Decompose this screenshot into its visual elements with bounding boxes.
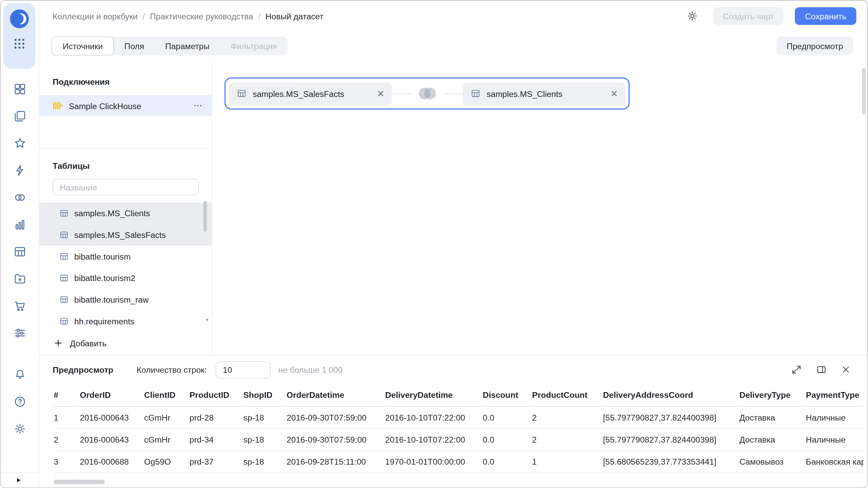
row-count-label: Количество строк: bbox=[137, 365, 207, 374]
table-row-label: hh.requirements bbox=[74, 317, 134, 326]
table-icon bbox=[59, 209, 69, 218]
connection-item[interactable]: Sample ClickHouse bbox=[39, 95, 212, 116]
tables-title: Таблицы bbox=[53, 161, 212, 170]
preview-column-header: # bbox=[54, 383, 80, 406]
remove-source-icon[interactable] bbox=[377, 90, 384, 97]
breadcrumb-item[interactable]: Коллекции и воркбуки bbox=[53, 11, 138, 21]
services-sliders-icon[interactable] bbox=[13, 326, 26, 340]
source-chip-left[interactable]: samples.MS_SalesFacts bbox=[229, 82, 392, 105]
connection-more-icon[interactable] bbox=[193, 101, 203, 110]
table-list-item[interactable]: samples.MS_SalesFacts bbox=[39, 224, 212, 246]
main-scrollbar-thumb[interactable] bbox=[862, 68, 866, 115]
row-count-hint: не больше 1 000 bbox=[278, 365, 343, 374]
preview-column-header: OrderID bbox=[80, 383, 144, 406]
preview-cell: [55.797790827,37.824400398] bbox=[603, 406, 739, 428]
dashboards-icon[interactable] bbox=[13, 82, 26, 96]
settings-gear-icon[interactable] bbox=[13, 422, 26, 435]
connections-rings-icon[interactable] bbox=[13, 191, 26, 204]
marketplace-cart-icon[interactable] bbox=[13, 299, 26, 312]
table-list-item[interactable]: bibattle.tourism2 bbox=[39, 267, 212, 289]
preview-cell: 0.0 bbox=[483, 451, 532, 473]
expand-preview-icon[interactable] bbox=[791, 364, 802, 375]
panel-layout-icon[interactable] bbox=[816, 364, 827, 375]
table-row-label: samples.MS_SalesFacts bbox=[74, 230, 166, 240]
preview-cell: 2016-000643 bbox=[80, 429, 144, 451]
charts-icon[interactable] bbox=[13, 218, 26, 231]
breadcrumb-item: Новый датасет bbox=[265, 11, 323, 21]
panel-divider bbox=[39, 148, 212, 149]
datalens-dataset-editor: Коллекции и воркбуки/Практические руково… bbox=[0, 0, 868, 488]
notifications-bell-icon[interactable] bbox=[13, 368, 26, 381]
join-connector bbox=[392, 79, 463, 108]
table-icon bbox=[59, 252, 69, 261]
add-table-button[interactable]: Добавить bbox=[39, 332, 212, 354]
tab-sources[interactable]: Источники bbox=[52, 37, 114, 56]
preview-row: 12016-000643cGmHrprd-28sp-182016-09-30T0… bbox=[54, 406, 864, 428]
preview-cell: prd-28 bbox=[190, 406, 243, 428]
breadcrumb-separator: / bbox=[258, 11, 261, 21]
table-list-item[interactable]: bibattle.tourism bbox=[39, 246, 212, 267]
preview-column-header: OrderDatetime bbox=[287, 383, 385, 406]
preview-row: 22016-000643cGmHrprd-34sp-182016-09-30T0… bbox=[54, 429, 864, 451]
preview-cell: Доставка bbox=[739, 429, 806, 451]
app-sidebar bbox=[1, 1, 39, 488]
create-chart-button: Создать чарт bbox=[713, 7, 784, 25]
preview-cell: 2 bbox=[532, 406, 603, 428]
add-table-label: Добавить bbox=[70, 338, 106, 348]
remove-source-icon[interactable] bbox=[611, 90, 617, 97]
preview-cell: 2016-10-10T07:22:00 bbox=[385, 429, 483, 451]
dataset-settings-gear-icon[interactable] bbox=[686, 10, 698, 22]
apps-grid-icon[interactable] bbox=[13, 38, 25, 50]
tables-scrollbar-down-icon[interactable]: ▾ bbox=[205, 317, 208, 323]
preview-column-header: PaymentType bbox=[806, 383, 864, 406]
breadcrumb-item[interactable]: Практические руководства bbox=[150, 11, 253, 21]
favorites-star-icon[interactable] bbox=[13, 137, 26, 150]
preview-header: Предпросмотр Количество строк: не больше… bbox=[39, 356, 867, 384]
table-row-label: samples.MS_Clients bbox=[74, 209, 150, 218]
source-chip-right[interactable]: samples.MS_Clients bbox=[463, 82, 625, 105]
expand-play-icon[interactable] bbox=[15, 476, 22, 484]
preview-cell: Доставка bbox=[739, 406, 806, 428]
preview-cell: cGmHr bbox=[144, 406, 190, 428]
preview-cell: 2 bbox=[54, 429, 80, 451]
table-list-item[interactable]: bibattle.tourism_raw bbox=[39, 289, 212, 310]
preview-cell: [55.797790827,37.824400398] bbox=[603, 429, 739, 451]
preview-cell: 2016-09-30T07:59:00 bbox=[287, 406, 385, 428]
datalens-logo-icon[interactable] bbox=[10, 9, 29, 28]
datasets-table-icon[interactable] bbox=[13, 245, 26, 258]
preview-panel: Предпросмотр Количество строк: не больше… bbox=[39, 355, 867, 487]
tab-parameters[interactable]: Параметры bbox=[155, 37, 220, 56]
table-list-item[interactable]: samples.MS_Clients bbox=[39, 203, 212, 224]
tab-fields[interactable]: Поля bbox=[114, 37, 155, 56]
table-search-input[interactable] bbox=[53, 179, 199, 195]
inner-join-icon[interactable] bbox=[411, 85, 443, 102]
topbar-actions: Создать чарт Сохранить bbox=[686, 7, 856, 25]
close-preview-icon[interactable] bbox=[841, 365, 851, 374]
source-chip-label: samples.MS_Clients bbox=[487, 89, 605, 98]
preview-toggle-button[interactable]: Предпросмотр bbox=[777, 37, 853, 56]
row-count-input[interactable] bbox=[216, 361, 271, 378]
preview-table: #OrderIDClientIDProductIDShopIDOrderDate… bbox=[54, 383, 864, 473]
preview-cell: sp-18 bbox=[243, 429, 287, 451]
save-button[interactable]: Сохранить bbox=[795, 7, 856, 25]
logo-tile bbox=[3, 3, 36, 69]
tables-scrollbar-thumb[interactable] bbox=[203, 201, 207, 232]
editor-lightning-icon[interactable] bbox=[13, 164, 26, 177]
preview-cell: Og59O bbox=[144, 451, 190, 473]
preview-cell: 3 bbox=[54, 451, 80, 473]
preview-hscrollbar-thumb[interactable] bbox=[54, 480, 105, 484]
table-list-item[interactable]: hh.requirements bbox=[39, 310, 212, 332]
preview-column-header: ProductID bbox=[190, 383, 243, 406]
help-icon[interactable] bbox=[13, 395, 26, 408]
preview-cell: 2016-000688 bbox=[80, 451, 144, 473]
preview-cell: 2016-000643 bbox=[80, 406, 144, 428]
storage-folder-icon[interactable] bbox=[13, 272, 26, 285]
collections-icon[interactable] bbox=[13, 109, 26, 123]
join-group[interactable]: samples.MS_SalesFacts samples.MS_Clients bbox=[224, 78, 630, 110]
preview-cell: 2016-09-28T15:11:00 bbox=[287, 451, 385, 473]
preview-cell: cGmHr bbox=[144, 429, 190, 451]
preview-column-header: Discount bbox=[483, 383, 532, 406]
preview-column-header: DeliveryDatetime bbox=[385, 383, 483, 406]
preview-header-actions bbox=[791, 364, 851, 375]
preview-cell: prd-37 bbox=[190, 451, 243, 473]
